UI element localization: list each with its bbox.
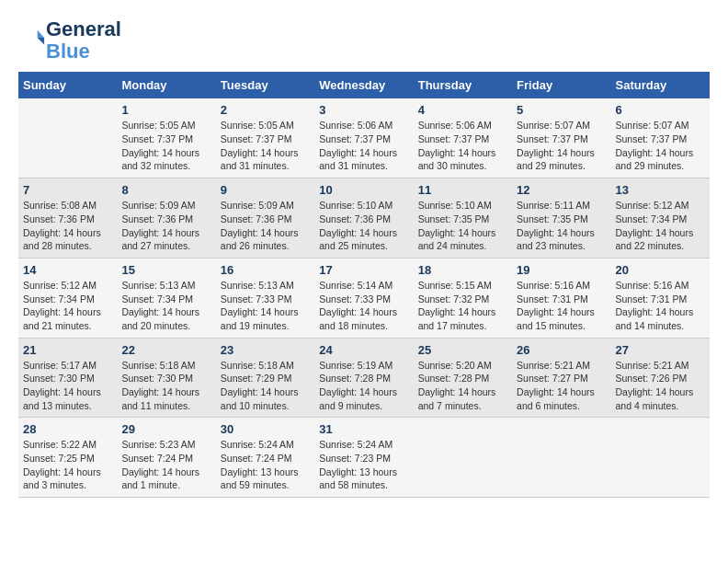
day-info: Sunrise: 5:09 AMSunset: 7:36 PMDaylight:… (121, 199, 210, 253)
calendar-cell: 8Sunrise: 5:09 AMSunset: 7:36 PMDaylight… (117, 178, 215, 259)
day-info: Sunrise: 5:05 AMSunset: 7:37 PMDaylight:… (121, 119, 210, 173)
day-number: 25 (418, 343, 507, 357)
calendar-cell: 18Sunrise: 5:15 AMSunset: 7:32 PMDayligh… (414, 258, 512, 338)
calendar-cell: 17Sunrise: 5:14 AMSunset: 7:33 PMDayligh… (314, 258, 413, 338)
calendar-week-row: 7Sunrise: 5:08 AMSunset: 7:36 PMDaylight… (18, 178, 710, 259)
day-info: Sunrise: 5:21 AMSunset: 7:26 PMDaylight:… (616, 359, 705, 413)
calendar-cell: 5Sunrise: 5:07 AMSunset: 7:37 PMDaylight… (512, 98, 610, 178)
calendar-week-row: 21Sunrise: 5:17 AMSunset: 7:30 PMDayligh… (18, 338, 710, 418)
day-info: Sunrise: 5:16 AMSunset: 7:31 PMDaylight:… (517, 279, 606, 333)
day-info: Sunrise: 5:12 AMSunset: 7:34 PMDaylight:… (616, 199, 705, 253)
calendar-cell (18, 98, 117, 178)
day-number: 8 (121, 183, 210, 197)
day-number: 29 (121, 422, 210, 436)
day-number: 28 (23, 422, 112, 436)
day-info: Sunrise: 5:17 AMSunset: 7:30 PMDaylight:… (23, 359, 112, 413)
day-info: Sunrise: 5:14 AMSunset: 7:33 PMDaylight:… (319, 279, 408, 333)
calendar-week-row: 28Sunrise: 5:22 AMSunset: 7:25 PMDayligh… (18, 418, 710, 498)
day-info: Sunrise: 5:18 AMSunset: 7:29 PMDaylight:… (221, 359, 310, 413)
day-info: Sunrise: 5:07 AMSunset: 7:37 PMDaylight:… (517, 119, 606, 173)
calendar-cell: 16Sunrise: 5:13 AMSunset: 7:33 PMDayligh… (216, 258, 314, 338)
day-number: 26 (517, 343, 606, 357)
day-info: Sunrise: 5:10 AMSunset: 7:35 PMDaylight:… (418, 199, 507, 253)
day-info: Sunrise: 5:11 AMSunset: 7:35 PMDaylight:… (517, 199, 606, 253)
day-number: 14 (23, 263, 112, 277)
day-number: 11 (418, 183, 507, 197)
day-number: 23 (221, 343, 310, 357)
calendar-cell: 19Sunrise: 5:16 AMSunset: 7:31 PMDayligh… (512, 258, 610, 338)
day-of-week-header: Saturday (611, 72, 710, 98)
calendar-cell (611, 418, 710, 498)
day-info: Sunrise: 5:10 AMSunset: 7:36 PMDaylight:… (319, 199, 408, 253)
day-number: 12 (517, 183, 606, 197)
day-number: 13 (616, 183, 705, 197)
day-info: Sunrise: 5:05 AMSunset: 7:37 PMDaylight:… (221, 119, 310, 173)
day-info: Sunrise: 5:23 AMSunset: 7:24 PMDaylight:… (121, 438, 210, 492)
calendar-cell: 3Sunrise: 5:06 AMSunset: 7:37 PMDaylight… (314, 98, 413, 178)
day-info: Sunrise: 5:06 AMSunset: 7:37 PMDaylight:… (418, 119, 507, 173)
day-info: Sunrise: 5:09 AMSunset: 7:36 PMDaylight:… (221, 199, 310, 253)
calendar-cell: 9Sunrise: 5:09 AMSunset: 7:36 PMDaylight… (216, 178, 314, 259)
day-number: 4 (418, 103, 507, 117)
day-info: Sunrise: 5:24 AMSunset: 7:24 PMDaylight:… (221, 438, 310, 492)
calendar-cell: 20Sunrise: 5:16 AMSunset: 7:31 PMDayligh… (611, 258, 710, 338)
day-info: Sunrise: 5:08 AMSunset: 7:36 PMDaylight:… (23, 199, 112, 253)
day-of-week-header: Wednesday (314, 72, 413, 98)
day-number: 31 (319, 422, 408, 436)
day-of-week-header: Monday (117, 72, 215, 98)
day-of-week-header: Tuesday (216, 72, 314, 98)
day-number: 1 (121, 103, 210, 117)
day-number: 15 (121, 263, 210, 277)
day-info: Sunrise: 5:18 AMSunset: 7:30 PMDaylight:… (121, 359, 210, 413)
calendar-table: SundayMondayTuesdayWednesdayThursdayFrid… (18, 72, 710, 498)
calendar-cell: 6Sunrise: 5:07 AMSunset: 7:37 PMDaylight… (611, 98, 710, 178)
day-info: Sunrise: 5:24 AMSunset: 7:23 PMDaylight:… (319, 438, 408, 492)
calendar-cell: 30Sunrise: 5:24 AMSunset: 7:24 PMDayligh… (216, 418, 314, 498)
logo-icon (20, 26, 46, 52)
day-of-week-header: Thursday (414, 72, 512, 98)
day-number: 24 (319, 343, 408, 357)
calendar-cell: 22Sunrise: 5:18 AMSunset: 7:30 PMDayligh… (117, 338, 215, 418)
day-number: 17 (319, 263, 408, 277)
calendar-cell: 27Sunrise: 5:21 AMSunset: 7:26 PMDayligh… (611, 338, 710, 418)
day-number: 16 (221, 263, 310, 277)
calendar-cell: 29Sunrise: 5:23 AMSunset: 7:24 PMDayligh… (117, 418, 215, 498)
day-info: Sunrise: 5:16 AMSunset: 7:31 PMDaylight:… (616, 279, 705, 333)
calendar-week-row: 14Sunrise: 5:12 AMSunset: 7:34 PMDayligh… (18, 258, 710, 338)
day-number: 9 (221, 183, 310, 197)
day-of-week-header: Friday (512, 72, 610, 98)
calendar-cell: 11Sunrise: 5:10 AMSunset: 7:35 PMDayligh… (414, 178, 512, 259)
calendar-cell: 14Sunrise: 5:12 AMSunset: 7:34 PMDayligh… (18, 258, 117, 338)
svg-marker-1 (38, 38, 44, 44)
day-number: 30 (221, 422, 310, 436)
logo: GeneralBlue (18, 18, 121, 63)
day-number: 7 (23, 183, 112, 197)
calendar-cell: 12Sunrise: 5:11 AMSunset: 7:35 PMDayligh… (512, 178, 610, 259)
calendar-cell (414, 418, 512, 498)
day-number: 27 (616, 343, 705, 357)
day-number: 10 (319, 183, 408, 197)
day-number: 19 (517, 263, 606, 277)
calendar-cell: 7Sunrise: 5:08 AMSunset: 7:36 PMDaylight… (18, 178, 117, 259)
calendar-cell: 26Sunrise: 5:21 AMSunset: 7:27 PMDayligh… (512, 338, 610, 418)
calendar-cell: 23Sunrise: 5:18 AMSunset: 7:29 PMDayligh… (216, 338, 314, 418)
day-number: 6 (616, 103, 705, 117)
calendar-cell: 28Sunrise: 5:22 AMSunset: 7:25 PMDayligh… (18, 418, 117, 498)
svg-marker-0 (38, 30, 44, 38)
calendar-cell: 15Sunrise: 5:13 AMSunset: 7:34 PMDayligh… (117, 258, 215, 338)
calendar-cell: 24Sunrise: 5:19 AMSunset: 7:28 PMDayligh… (314, 338, 413, 418)
calendar-cell: 13Sunrise: 5:12 AMSunset: 7:34 PMDayligh… (611, 178, 710, 259)
day-number: 21 (23, 343, 112, 357)
calendar-cell: 25Sunrise: 5:20 AMSunset: 7:28 PMDayligh… (414, 338, 512, 418)
day-number: 20 (616, 263, 705, 277)
day-info: Sunrise: 5:13 AMSunset: 7:33 PMDaylight:… (221, 279, 310, 333)
calendar-cell: 31Sunrise: 5:24 AMSunset: 7:23 PMDayligh… (314, 418, 413, 498)
logo-text: GeneralBlue (46, 18, 121, 63)
day-info: Sunrise: 5:19 AMSunset: 7:28 PMDaylight:… (319, 359, 408, 413)
calendar-header-row: SundayMondayTuesdayWednesdayThursdayFrid… (18, 72, 710, 98)
day-info: Sunrise: 5:13 AMSunset: 7:34 PMDaylight:… (121, 279, 210, 333)
calendar-cell: 21Sunrise: 5:17 AMSunset: 7:30 PMDayligh… (18, 338, 117, 418)
calendar-cell: 1Sunrise: 5:05 AMSunset: 7:37 PMDaylight… (117, 98, 215, 178)
page-header: GeneralBlue (18, 18, 710, 63)
day-info: Sunrise: 5:06 AMSunset: 7:37 PMDaylight:… (319, 119, 408, 173)
